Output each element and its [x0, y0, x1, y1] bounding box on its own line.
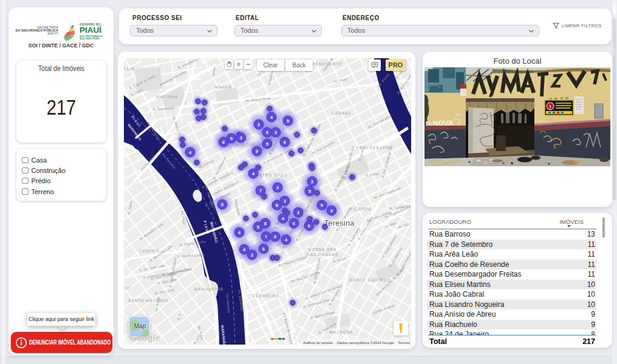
svg-text:6: 6: [308, 223, 311, 229]
svg-text:3: 3: [330, 208, 333, 214]
svg-text:VERMELHA: VERMELHA: [253, 294, 279, 298]
svg-text:4: 4: [189, 150, 192, 155]
svg-text:!: !: [550, 104, 551, 110]
svg-text:4: 4: [285, 237, 288, 243]
svg-text:FREI SERAFIM: FREI SERAFIM: [356, 146, 392, 150]
svg-text:CABRAL: CABRAL: [332, 111, 351, 115]
svg-text:DAS GRACAS: DAS GRACAS: [307, 252, 339, 257]
svg-text:NOSSA SRA: NOSSA SRA: [308, 248, 337, 252]
svg-text:6: 6: [222, 140, 225, 145]
svg-text:MACAÚBA: MACAÚBA: [329, 329, 353, 334]
svg-text:SANTO ANTONIO: SANTO ANTONIO: [128, 298, 168, 303]
svg-text:6: 6: [293, 221, 296, 226]
svg-text:8: 8: [276, 203, 279, 208]
svg-text:4: 4: [252, 171, 255, 177]
svg-text:MATINHA: MATINHA: [156, 95, 178, 99]
svg-text:4: 4: [270, 115, 273, 120]
svg-text:5: 5: [287, 118, 290, 124]
svg-text:MANGUEIRA: MANGUEIRA: [194, 287, 223, 291]
svg-text:3: 3: [274, 130, 278, 135]
svg-text:5: 5: [321, 203, 324, 208]
svg-text:9: 9: [256, 149, 259, 154]
svg-text:5: 5: [257, 224, 260, 230]
svg-text:PIÇARRA: PIÇARRA: [350, 207, 372, 212]
svg-text:7: 7: [259, 188, 262, 194]
svg-text:3: 3: [284, 198, 287, 204]
svg-text:3: 3: [276, 185, 279, 190]
svg-text:5: 5: [308, 189, 312, 194]
svg-text:5: 5: [266, 141, 269, 147]
svg-text:5: 5: [221, 202, 224, 207]
svg-text:MONTE CASTELO: MONTE CASTELO: [349, 278, 391, 282]
svg-text:4: 4: [282, 216, 285, 221]
svg-text:3: 3: [297, 210, 300, 215]
svg-text:4: 4: [238, 230, 241, 235]
svg-text:RAJÁ: RAJÁ: [124, 66, 135, 71]
svg-text:3: 3: [251, 252, 254, 258]
svg-text:non: non: [124, 286, 131, 290]
svg-text:CENTRO: CENTRO: [139, 249, 159, 253]
svg-text:MAFUA: MAFUA: [215, 85, 232, 89]
svg-text:3: 3: [257, 122, 261, 127]
svg-text:8: 8: [264, 221, 267, 226]
svg-text:9: 9: [266, 130, 269, 135]
svg-text:6: 6: [284, 140, 287, 145]
svg-text:4: 4: [243, 247, 246, 252]
svg-text:3: 3: [240, 135, 243, 141]
svg-text:9: 9: [274, 234, 277, 240]
svg-text:6: 6: [262, 246, 265, 252]
svg-text:3: 3: [311, 179, 314, 184]
svg-text:5: 5: [230, 136, 233, 141]
svg-text:7: 7: [265, 234, 268, 240]
